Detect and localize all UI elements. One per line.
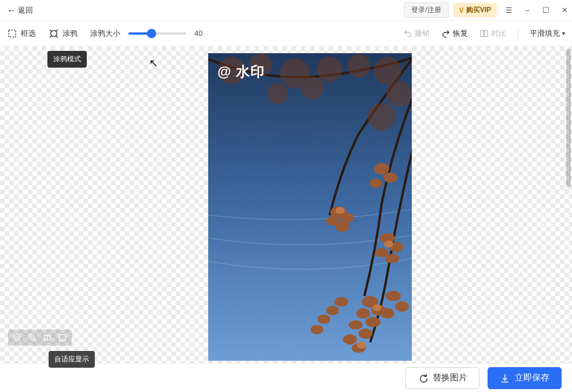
brush-tool[interactable]: 涂鸦 <box>49 28 78 39</box>
svg-point-36 <box>318 315 330 324</box>
svg-point-44 <box>384 241 393 247</box>
svg-point-21 <box>370 179 382 188</box>
redo-icon <box>441 29 451 38</box>
svg-point-42 <box>372 304 382 311</box>
redo-label: 恢复 <box>453 28 468 39</box>
close-icon[interactable]: ✕ <box>560 6 569 14</box>
svg-point-40 <box>381 308 394 319</box>
replace-image-button[interactable]: 替换图片 <box>405 367 479 389</box>
buy-vip-button[interactable]: V 购买VIP <box>453 3 497 17</box>
brush-label: 涂鸦 <box>62 28 78 39</box>
svg-point-9 <box>347 54 370 77</box>
brush-tooltip: 涂鸦模式 <box>47 51 87 68</box>
fill-mode-label: 平滑填充 <box>530 28 560 39</box>
svg-point-13 <box>267 83 288 104</box>
zoom-tooltip: 自适应显示 <box>49 351 95 368</box>
vertical-scrollbar[interactable] <box>565 46 572 363</box>
zoom-in-icon[interactable] <box>27 332 38 343</box>
svg-point-29 <box>366 317 381 327</box>
svg-point-41 <box>335 207 345 214</box>
undo-icon <box>403 29 412 38</box>
fit-width-icon[interactable] <box>42 332 53 343</box>
svg-point-24 <box>375 248 388 257</box>
toolbar-separator <box>518 27 518 40</box>
compare-button[interactable]: 对比 <box>479 28 506 39</box>
svg-point-37 <box>311 325 323 334</box>
svg-point-11 <box>386 81 412 106</box>
svg-point-12 <box>368 103 396 131</box>
svg-rect-3 <box>485 30 488 36</box>
fit-screen-icon[interactable] <box>57 332 68 343</box>
fill-mode-dropdown[interactable]: 平滑填充 ▾ <box>530 28 565 39</box>
svg-rect-54 <box>60 335 66 341</box>
login-button[interactable]: 登录/注册 <box>404 2 448 18</box>
svg-rect-0 <box>9 30 16 37</box>
brush-size-value: 40 <box>194 29 212 38</box>
svg-line-49 <box>34 339 36 341</box>
svg-point-31 <box>359 328 372 339</box>
replace-label: 替换图片 <box>433 372 467 383</box>
undo-label: 撤销 <box>415 28 430 39</box>
arrow-left-icon <box>7 5 16 15</box>
redo-button[interactable]: 恢复 <box>441 28 468 39</box>
svg-point-38 <box>386 291 401 301</box>
window-header: 返回 登录/注册 V 购买VIP ☰ – ☐ ✕ <box>0 0 572 21</box>
chevron-down-icon: ▾ <box>562 30 565 36</box>
save-button[interactable]: 立即保存 <box>488 367 562 389</box>
vip-label: 购买VIP <box>466 5 491 15</box>
svg-point-18 <box>335 221 349 232</box>
back-label: 返回 <box>18 5 33 16</box>
svg-point-10 <box>374 57 401 84</box>
svg-point-14 <box>301 76 324 99</box>
svg-point-30 <box>349 320 363 330</box>
svg-rect-2 <box>481 30 484 36</box>
svg-point-19 <box>374 163 389 175</box>
svg-point-34 <box>334 297 348 306</box>
undo-button[interactable]: 撤销 <box>403 28 430 39</box>
box-select-icon <box>7 28 17 39</box>
compare-label: 对比 <box>491 28 506 39</box>
svg-point-8 <box>317 57 342 82</box>
brush-size-control: 40 <box>128 29 212 38</box>
brush-size-label: 涂鸦大小 <box>90 28 120 39</box>
minimize-icon[interactable]: – <box>523 6 532 14</box>
download-icon <box>500 373 510 383</box>
menu-icon[interactable]: ☰ <box>505 6 513 14</box>
svg-point-28 <box>356 308 370 319</box>
canvas-area[interactable]: 涂鸦模式 ↖ <box>0 46 572 363</box>
svg-point-20 <box>383 172 397 183</box>
box-select-label: 框选 <box>21 28 36 39</box>
brush-icon <box>49 28 59 39</box>
box-select-tool[interactable]: 框选 <box>7 28 36 39</box>
svg-point-35 <box>326 306 339 315</box>
vip-v-icon: V <box>459 6 464 14</box>
svg-line-46 <box>19 339 21 341</box>
back-button[interactable]: 返回 <box>3 3 36 18</box>
svg-point-32 <box>343 334 357 345</box>
replace-icon <box>418 373 428 383</box>
watermark-text: @ 水印 <box>217 62 265 81</box>
window-controls: ☰ – ☐ ✕ <box>505 6 569 14</box>
svg-point-39 <box>395 301 409 312</box>
scrollbar-thumb[interactable] <box>566 49 571 187</box>
toolbar: 框选 涂鸦 涂鸦大小 40 撤销 恢复 <box>0 21 572 46</box>
slider-thumb[interactable] <box>147 29 156 38</box>
login-label: 登录/注册 <box>411 6 441 14</box>
compare-icon <box>479 29 489 38</box>
image-frame[interactable]: @ 水印 <box>208 53 412 361</box>
brush-size-slider[interactable] <box>128 32 186 35</box>
save-label: 立即保存 <box>515 372 549 383</box>
zoom-controls <box>8 330 72 346</box>
maximize-icon[interactable]: ☐ <box>542 6 550 14</box>
image-content <box>208 53 412 361</box>
zoom-out-icon[interactable] <box>12 332 23 343</box>
svg-point-43 <box>357 342 366 349</box>
svg-point-1 <box>51 30 57 36</box>
cursor-icon: ↖ <box>149 57 158 69</box>
svg-point-25 <box>385 254 399 263</box>
